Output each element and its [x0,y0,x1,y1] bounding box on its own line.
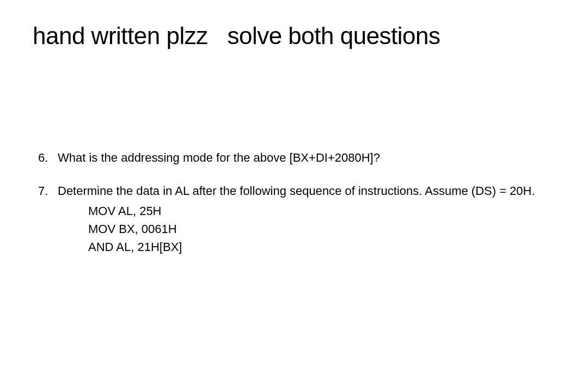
question-number: 7. [38,182,58,256]
question-6: 6. What is the addressing mode for the a… [38,149,555,167]
question-text: Determine the data in AL after the follo… [58,184,535,198]
code-block: MOV AL, 25H MOV BX, 0061H AND AL, 21H[BX… [88,202,555,256]
question-text: What is the addressing mode for the abov… [58,149,555,167]
question-list: 6. What is the addressing mode for the a… [33,149,555,256]
header-part-1: hand written plzz [33,22,208,49]
code-line: MOV AL, 25H [88,202,555,220]
header-part-2: solve both questions [227,22,440,49]
code-line: MOV BX, 0061H [88,220,555,238]
question-7: 7. Determine the data in AL after the fo… [38,182,555,256]
question-number: 6. [38,149,58,167]
question-body: Determine the data in AL after the follo… [58,182,555,256]
instruction-header: hand written plzz solve both questions [33,22,555,51]
code-line: AND AL, 21H[BX] [88,238,555,256]
